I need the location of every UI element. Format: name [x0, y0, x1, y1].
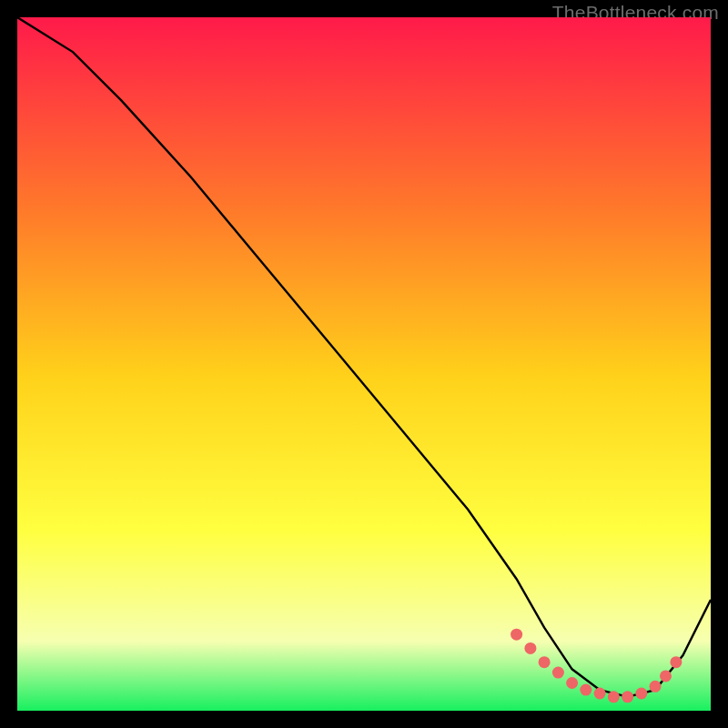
curve-marker: [511, 629, 522, 641]
curve-marker: [622, 691, 633, 703]
plot-area: [17, 17, 711, 711]
curve-marker: [524, 642, 536, 654]
curve-marker: [650, 681, 662, 693]
curve-marker: [566, 677, 578, 689]
curve-marker: [594, 688, 606, 700]
chart-svg: [17, 17, 711, 711]
curve-marker: [635, 688, 647, 700]
curve-marker: [660, 670, 672, 682]
curve-marker: [539, 656, 551, 668]
gradient-background: [17, 17, 711, 711]
chart-stage: TheBottleneck.com: [0, 0, 728, 728]
curve-marker: [670, 656, 682, 668]
curve-marker: [552, 667, 564, 679]
curve-marker: [580, 684, 592, 696]
curve-marker: [608, 691, 620, 703]
